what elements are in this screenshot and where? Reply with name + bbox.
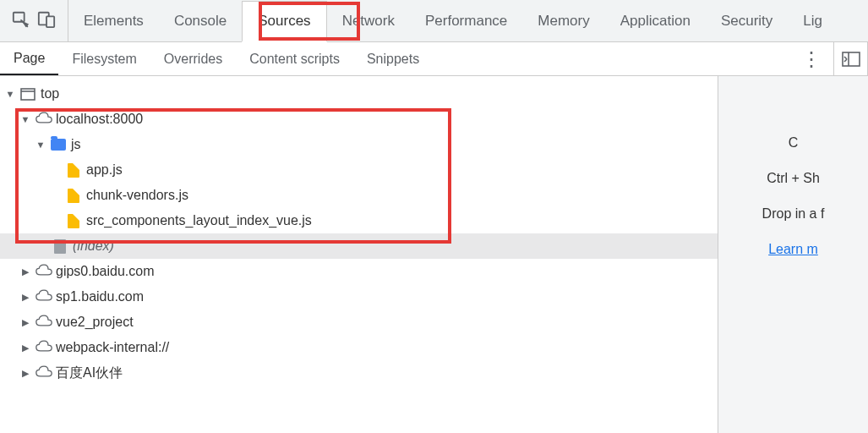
tree-label: (index) [73, 238, 114, 254]
folder-icon [51, 139, 66, 151]
tree-label: webpack-internal:// [56, 340, 169, 355]
cloud-icon [35, 315, 51, 330]
tab-lighthouse[interactable]: Lig [788, 0, 838, 41]
tree-label: js [71, 137, 81, 152]
inspect-icon[interactable] [12, 10, 30, 32]
expand-icon: ▼ [5, 89, 15, 99]
tree-label: gips0.baidu.com [56, 264, 155, 279]
tree-label: vue2_project [56, 315, 134, 330]
cloud-icon [35, 264, 51, 279]
tree-file-index[interactable]: (index) [0, 233, 718, 259]
tab-elements[interactable]: Elements [68, 0, 159, 41]
tree-domain[interactable]: ▶ 百度AI伙伴 [0, 360, 718, 386]
tree-label: src_components_layout_index_vue.js [86, 213, 312, 228]
subtab-content-scripts[interactable]: Content scripts [236, 42, 353, 75]
empty-editor-panel: C Ctrl + Sh Drop in a f Learn m [718, 76, 868, 433]
device-toggle-icon[interactable] [37, 10, 56, 32]
tab-label: Memory [538, 13, 589, 30]
expand-icon: ▶ [20, 317, 30, 328]
tree-domain[interactable]: ▶ vue2_project [0, 310, 718, 335]
expand-icon: ▼ [35, 140, 46, 150]
expand-icon: ▶ [20, 343, 30, 354]
tree-label: app.js [86, 162, 123, 178]
file-icon [66, 163, 81, 178]
subtab-label: Content scripts [249, 52, 340, 67]
tab-label: Performance [425, 13, 507, 30]
tree-label: chunk-vendors.js [86, 188, 188, 203]
subtab-label: Snippets [367, 52, 419, 67]
tree-file[interactable]: src_components_layout_index_vue.js [0, 208, 718, 233]
subtab-filesystem[interactable]: Filesystem [58, 42, 150, 75]
hint-text: Drop in a f [762, 206, 825, 222]
cloud-icon [35, 289, 51, 304]
tree-file[interactable]: chunk-vendors.js [0, 183, 718, 208]
tree-top[interactable]: ▼ top [0, 81, 718, 107]
svg-rect-2 [46, 16, 54, 27]
tree-domain[interactable]: ▶ sp1.baidu.com [0, 284, 718, 310]
subtab-label: Page [14, 51, 45, 66]
learn-more-link[interactable]: Learn m [768, 242, 818, 257]
tab-label: Network [342, 13, 395, 30]
tab-label: Sources [258, 13, 310, 30]
tab-label: Console [174, 13, 227, 30]
hint-text: Ctrl + Sh [767, 171, 820, 186]
tab-memory[interactable]: Memory [522, 0, 604, 41]
svg-rect-5 [21, 89, 35, 100]
tree-label: sp1.baidu.com [56, 289, 144, 304]
cloud-icon [35, 112, 51, 127]
file-icon [66, 189, 81, 203]
tree-label: localhost:8000 [56, 112, 143, 127]
frame-icon [20, 88, 35, 101]
svg-rect-3 [843, 52, 860, 66]
svg-rect-0 [14, 12, 25, 21]
tab-sources[interactable]: Sources [242, 1, 326, 42]
tree-domain[interactable]: ▶ webpack-internal:// [0, 335, 718, 360]
toggle-navigator-icon[interactable] [834, 42, 868, 75]
subtab-label: Filesystem [72, 52, 136, 67]
expand-icon: ▶ [20, 266, 30, 277]
file-icon [66, 214, 81, 228]
subtab-snippets[interactable]: Snippets [353, 42, 433, 75]
expand-icon: ▼ [20, 114, 30, 124]
tree-domain-localhost[interactable]: ▼ localhost:8000 [0, 107, 718, 132]
subtab-page[interactable]: Page [0, 42, 58, 75]
tree-folder-js[interactable]: ▼ js [0, 132, 718, 157]
tab-performance[interactable]: Performance [410, 0, 522, 41]
more-options-icon[interactable]: ⋮ [789, 42, 834, 75]
subtab-label: Overrides [164, 52, 222, 67]
tree-file[interactable]: app.js [0, 157, 718, 183]
tab-label: Security [721, 13, 772, 30]
tab-label: Lig [803, 13, 822, 30]
tree-label: 百度AI伙伴 [56, 364, 123, 382]
tree-domain[interactable]: ▶ gips0.baidu.com [0, 259, 718, 284]
tab-label: Elements [84, 13, 144, 30]
tab-security[interactable]: Security [706, 0, 788, 41]
tab-application[interactable]: Application [605, 0, 706, 41]
cloud-icon [35, 340, 51, 355]
expand-icon: ▶ [20, 292, 30, 303]
tab-console[interactable]: Console [159, 0, 242, 41]
subtab-overrides[interactable]: Overrides [150, 42, 236, 75]
tab-label: Application [620, 13, 691, 30]
cloud-icon [35, 365, 51, 381]
file-tree: ▼ top ▼ localhost:8000 ▼ js app.js chunk… [0, 76, 718, 433]
expand-icon: ▶ [20, 368, 30, 379]
hint-text: C [789, 135, 799, 151]
file-icon [52, 239, 68, 254]
tab-network[interactable]: Network [327, 0, 410, 41]
tree-label: top [41, 86, 59, 101]
